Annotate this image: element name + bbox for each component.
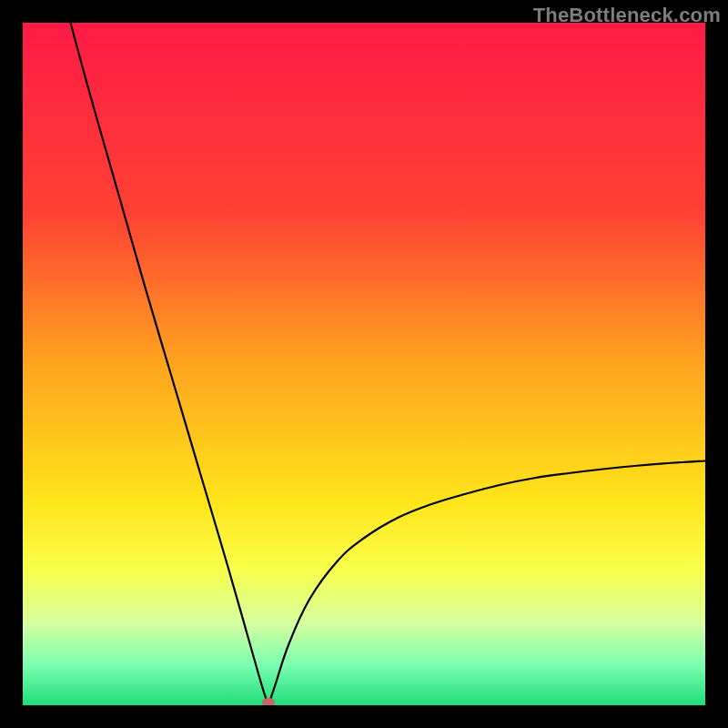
gradient-background bbox=[23, 23, 705, 705]
bottleneck-chart bbox=[23, 23, 705, 705]
watermark-text: TheBottleneck.com bbox=[533, 4, 721, 27]
chart-container bbox=[23, 23, 705, 705]
